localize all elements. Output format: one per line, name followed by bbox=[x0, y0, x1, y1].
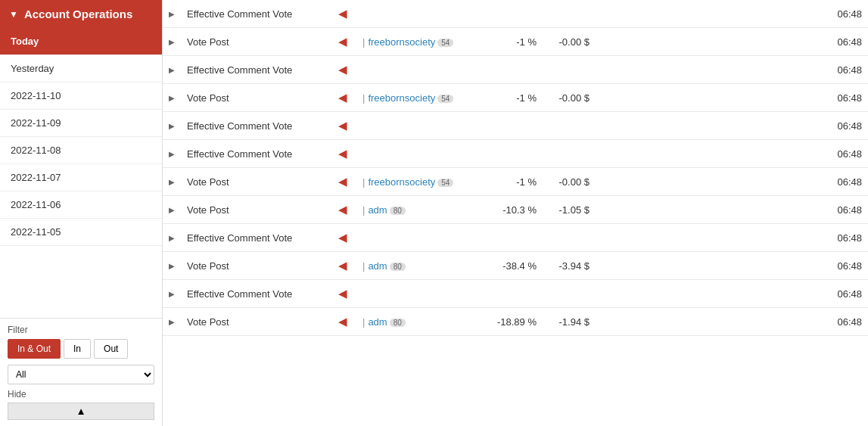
operation-name: Vote Post bbox=[181, 196, 332, 224]
user-cell: |freebornsociety54 bbox=[353, 84, 490, 112]
operation-name: Vote Post bbox=[181, 28, 332, 56]
expand-icon[interactable]: ▶ bbox=[163, 224, 181, 252]
spacer bbox=[596, 196, 830, 224]
time-cell: 06:48 bbox=[830, 196, 868, 224]
vote-arrow: ◀ bbox=[332, 140, 353, 168]
expand-icon[interactable]: ▶ bbox=[163, 56, 181, 84]
user-link[interactable]: adm bbox=[368, 204, 387, 216]
expand-icon[interactable]: ▶ bbox=[163, 280, 181, 308]
operation-name: Effective Comment Vote bbox=[181, 224, 332, 252]
operation-name: Effective Comment Vote bbox=[181, 140, 332, 168]
spacer bbox=[596, 28, 830, 56]
value-cell: -3.94 $ bbox=[543, 252, 596, 280]
expand-icon[interactable]: ▶ bbox=[163, 196, 181, 224]
time-cell: 06:48 bbox=[830, 84, 868, 112]
operation-name: Vote Post bbox=[181, 168, 332, 196]
sidebar-date-item[interactable]: 2022-11-09 bbox=[0, 110, 162, 137]
vote-arrow: ◀ bbox=[332, 56, 353, 84]
sidebar-date-item[interactable]: 2022-11-07 bbox=[0, 164, 162, 191]
time-cell: 06:48 bbox=[830, 252, 868, 280]
sidebar-date-item[interactable]: Today bbox=[0, 28, 162, 55]
expand-icon[interactable]: ▶ bbox=[163, 308, 181, 336]
vote-arrow: ◀ bbox=[332, 252, 353, 280]
sidebar-date-item[interactable]: 2022-11-06 bbox=[0, 191, 162, 219]
user-link[interactable]: adm bbox=[368, 316, 387, 328]
spacer bbox=[596, 112, 830, 140]
user-link[interactable]: freebornsociety bbox=[368, 36, 435, 48]
percentage-cell: -10.3 % bbox=[490, 196, 543, 224]
value-cell: -1.94 $ bbox=[543, 308, 596, 336]
percentage-cell bbox=[490, 140, 543, 168]
percentage-cell bbox=[490, 280, 543, 308]
sidebar-date-item[interactable]: 2022-11-05 bbox=[0, 219, 162, 246]
vote-arrow: ◀ bbox=[332, 112, 353, 140]
user-cell bbox=[353, 112, 490, 140]
table-row: ▶Effective Comment Vote◀06:48 bbox=[163, 140, 868, 168]
user-cell bbox=[353, 0, 490, 28]
vote-arrow: ◀ bbox=[332, 168, 353, 196]
sidebar-date-item[interactable]: 2022-11-08 bbox=[0, 137, 162, 164]
value-cell bbox=[543, 112, 596, 140]
expand-icon[interactable]: ▶ bbox=[163, 84, 181, 112]
spacer bbox=[596, 168, 830, 196]
operation-name: Vote Post bbox=[181, 308, 332, 336]
expand-icon[interactable]: ▶ bbox=[163, 252, 181, 280]
sidebar-date-item[interactable]: 2022-11-10 bbox=[0, 82, 162, 110]
sidebar-filter: Filter In & OutInOut AllVote PostEffecti… bbox=[0, 318, 162, 426]
filter-button[interactable]: Out bbox=[94, 339, 128, 359]
percentage-cell bbox=[490, 0, 543, 28]
spacer bbox=[596, 84, 830, 112]
vote-arrow: ◀ bbox=[332, 280, 353, 308]
value-cell bbox=[543, 224, 596, 252]
percentage-cell: -38.4 % bbox=[490, 252, 543, 280]
expand-icon[interactable]: ▶ bbox=[163, 112, 181, 140]
filter-button[interactable]: In bbox=[64, 339, 91, 359]
value-cell bbox=[543, 0, 596, 28]
percentage-cell bbox=[490, 112, 543, 140]
user-badge: 80 bbox=[390, 263, 406, 271]
expand-icon[interactable]: ▶ bbox=[163, 0, 181, 28]
value-cell bbox=[543, 280, 596, 308]
expand-icon[interactable]: ▶ bbox=[163, 28, 181, 56]
percentage-cell: -1 % bbox=[490, 84, 543, 112]
hide-scroll-button[interactable]: ▲ bbox=[8, 403, 154, 420]
operations-table: ▶Effective Comment Vote◀06:48▶Vote Post◀… bbox=[163, 0, 868, 336]
table-row: ▶Effective Comment Vote◀06:48 bbox=[163, 224, 868, 252]
user-link[interactable]: freebornsociety bbox=[368, 92, 435, 104]
table-row: ▶Effective Comment Vote◀06:48 bbox=[163, 0, 868, 28]
sidebar-date-item[interactable]: Yesterday bbox=[0, 55, 162, 82]
user-link[interactable]: freebornsociety bbox=[368, 176, 435, 188]
percentage-cell: -1 % bbox=[490, 168, 543, 196]
filter-select[interactable]: AllVote PostEffective Comment VoteTransf… bbox=[8, 365, 154, 384]
user-cell: |adm80 bbox=[353, 252, 490, 280]
user-badge: 80 bbox=[390, 207, 406, 215]
vote-arrow: ◀ bbox=[332, 84, 353, 112]
operation-name: Vote Post bbox=[181, 84, 332, 112]
user-cell: |adm80 bbox=[353, 308, 490, 336]
user-cell bbox=[353, 280, 490, 308]
expand-icon[interactable]: ▶ bbox=[163, 168, 181, 196]
spacer bbox=[596, 224, 830, 252]
percentage-cell bbox=[490, 56, 543, 84]
percentage-cell: -1 % bbox=[490, 28, 543, 56]
user-cell bbox=[353, 140, 490, 168]
user-badge: 54 bbox=[437, 95, 453, 103]
time-cell: 06:48 bbox=[830, 224, 868, 252]
time-cell: 06:48 bbox=[830, 28, 868, 56]
vote-arrow: ◀ bbox=[332, 224, 353, 252]
table-row: ▶Vote Post◀|freebornsociety54-1 %-0.00 $… bbox=[163, 168, 868, 196]
filter-button[interactable]: In & Out bbox=[8, 339, 61, 359]
user-cell bbox=[353, 56, 490, 84]
operation-name: Vote Post bbox=[181, 252, 332, 280]
value-cell bbox=[543, 140, 596, 168]
user-link[interactable]: adm bbox=[368, 260, 387, 272]
percentage-cell bbox=[490, 224, 543, 252]
expand-icon[interactable]: ▶ bbox=[163, 140, 181, 168]
time-cell: 06:48 bbox=[830, 308, 868, 336]
user-badge: 54 bbox=[437, 39, 453, 47]
time-cell: 06:48 bbox=[830, 168, 868, 196]
operation-name: Effective Comment Vote bbox=[181, 56, 332, 84]
spacer bbox=[596, 252, 830, 280]
table-row: ▶Vote Post◀|adm80-10.3 %-1.05 $06:48 bbox=[163, 196, 868, 224]
user-cell: |freebornsociety54 bbox=[353, 28, 490, 56]
